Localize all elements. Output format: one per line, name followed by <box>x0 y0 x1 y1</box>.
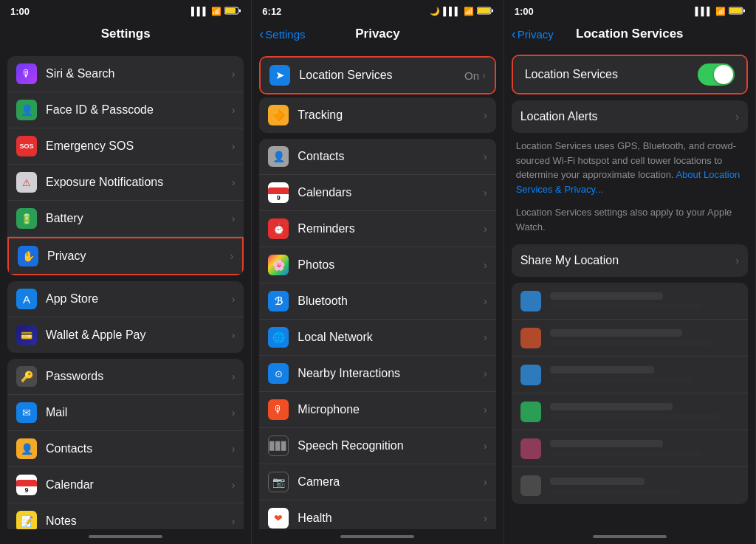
blurred-apps-list <box>512 283 748 504</box>
privacy-calendars-row[interactable]: 9 Calendars › <box>259 175 495 211</box>
back-arrow-icon-3: ‹ <box>512 27 516 42</box>
location-value: On <box>464 69 479 82</box>
settings-item-calendar[interactable]: 9 Calendar › <box>7 467 244 503</box>
chevron-icon: › <box>232 140 236 152</box>
microphone-icon: 🎙 <box>268 399 289 420</box>
nav-bar-3: ‹ Privacy Location Services <box>504 21 755 50</box>
ls-toggle-label: Location Services <box>525 68 618 81</box>
toggle-knob <box>714 65 733 84</box>
privacy-microphone-row[interactable]: 🎙 Microphone › <box>259 392 495 428</box>
settings-item-mail[interactable]: ✉ Mail › <box>7 395 244 431</box>
nearby-label: Nearby Interactions <box>298 367 484 380</box>
privacy-reminders-row[interactable]: ⏰ Reminders › <box>259 211 495 247</box>
share-label: Share My Location <box>520 254 736 267</box>
wallet-label: Wallet & Apple Pay <box>46 328 232 342</box>
blurred-app-2[interactable] <box>512 320 748 357</box>
location-services-toggle[interactable] <box>698 63 735 86</box>
settings-item-passwords[interactable]: 🔑 Passwords › <box>7 359 244 395</box>
settings-item-sos[interactable]: SOS Emergency SOS › <box>7 128 244 165</box>
location-services-row[interactable]: ➤ Location Services On › <box>261 58 494 93</box>
tracking-row[interactable]: 🔶 Tracking › <box>259 97 495 133</box>
home-bar-3 <box>593 535 667 538</box>
settings-item-siri[interactable]: 🎙 Siri & Search › <box>7 56 244 92</box>
settings-item-appstore[interactable]: A App Store › <box>7 281 244 317</box>
settings-item-exposure[interactable]: ⚠ Exposure Notifications › <box>7 165 244 201</box>
settings-item-battery[interactable]: 🔋 Battery › <box>7 201 244 237</box>
contacts2-label: Contacts <box>298 150 484 163</box>
privacy-photos-row[interactable]: 🌸 Photos › <box>259 247 495 283</box>
chevron-icon: › <box>230 250 234 262</box>
blur-content-3 <box>550 366 739 383</box>
settings-item-wallet[interactable]: 💳 Wallet & Apple Pay › <box>7 317 244 353</box>
blur-content-6 <box>550 478 739 495</box>
back-label-3: Privacy <box>518 28 554 41</box>
settings-item-faceid[interactable]: 👤 Face ID & Passcode › <box>7 92 244 128</box>
location-scroll[interactable]: Location Services Location Alerts › Loca… <box>504 50 755 529</box>
blurred-app-1[interactable] <box>512 283 748 320</box>
tracking-icon: 🔶 <box>268 105 289 125</box>
privacy-camera-row[interactable]: 📷 Camera › <box>259 464 495 500</box>
wallet-icon: 💳 <box>16 325 37 345</box>
chevron-icon: › <box>735 255 739 266</box>
privacy-apps-list: 👤 Contacts › 9 Calendars › ⏰ <box>259 139 495 529</box>
blur-content-5 <box>550 440 739 457</box>
svg-rect-7 <box>729 8 742 13</box>
blur-line-3 <box>550 366 654 373</box>
time-1: 1:00 <box>10 6 30 17</box>
home-bar <box>89 535 162 538</box>
location-alerts-row[interactable]: Location Alerts › <box>512 100 748 133</box>
share-location-row[interactable]: Share My Location › <box>512 244 748 277</box>
settings-scroll[interactable]: 🎙 Siri & Search › 👤 Face ID & Passcode › <box>0 50 251 529</box>
settings-list-3: 🔑 Passwords › ✉ Mail › 👤 Contacts <box>7 359 244 529</box>
settings-item-privacy[interactable]: ✋ Privacy › <box>7 237 244 275</box>
privacy-contacts-row[interactable]: 👤 Contacts › <box>259 139 495 175</box>
home-bar-2 <box>340 535 414 538</box>
passwords-icon: 🔑 <box>16 366 37 387</box>
privacy-nearby-row[interactable]: ⊙ Nearby Interactions › <box>259 356 495 392</box>
blur-icon-3 <box>520 365 541 385</box>
svg-rect-2 <box>239 9 241 12</box>
status-icons-2: 🌙 ▌▌▌ 📶 <box>430 7 492 16</box>
settings-list-1: 🎙 Siri & Search › 👤 Face ID & Passcode › <box>7 56 244 275</box>
settings-item-notes[interactable]: 📝 Notes › <box>7 503 244 529</box>
moon-icon: 🌙 <box>430 7 440 16</box>
back-to-privacy[interactable]: ‹ Privacy <box>512 27 554 42</box>
camera-icon: 📷 <box>268 472 289 492</box>
blurred-app-5[interactable] <box>512 430 748 467</box>
status-icons-3: ▌▌▌ 📶 <box>695 7 745 16</box>
status-bar-2: 6:12 🌙 ▌▌▌ 📶 <box>252 0 503 21</box>
bluetooth-icon: ℬ <box>268 291 289 311</box>
chevron-icon: › <box>484 259 487 271</box>
svg-rect-5 <box>492 9 493 12</box>
chevron-icon: › <box>232 407 236 419</box>
blurred-app-6[interactable] <box>512 467 748 504</box>
appstore-icon: A <box>16 289 37 309</box>
signal-icon-3: ▌▌▌ <box>695 7 712 16</box>
privacy-localnet-row[interactable]: 🌐 Local Network › <box>259 320 495 356</box>
tracking-label: Tracking <box>298 109 484 122</box>
camera-label: Camera <box>298 475 484 489</box>
blurred-app-3[interactable] <box>512 357 748 393</box>
location-icon: ➤ <box>269 65 290 86</box>
chevron-icon: › <box>484 440 487 452</box>
settings-title: Settings <box>101 27 151 41</box>
blurred-app-4[interactable] <box>512 393 748 430</box>
privacy-health-row[interactable]: ❤ Health › <box>259 500 495 529</box>
reminders2-label: Reminders <box>298 222 484 235</box>
chevron-icon: › <box>232 293 236 305</box>
chevron-icon: › <box>484 151 487 162</box>
privacy-bluetooth-row[interactable]: ℬ Bluetooth › <box>259 283 495 320</box>
notes-label: Notes <box>46 514 232 528</box>
photos-icon: 🌸 <box>268 255 289 275</box>
home-indicator-3 <box>504 529 755 544</box>
sos-label: Emergency SOS <box>46 140 232 153</box>
privacy-scroll[interactable]: ➤ Location Services On › 🔶 Tracking › <box>252 50 503 529</box>
back-to-settings[interactable]: ‹ Settings <box>259 27 305 42</box>
privacy-speech-row[interactable]: ▊▊▊ Speech Recognition › <box>259 428 495 464</box>
notes-icon: 📝 <box>16 511 37 529</box>
chevron-icon: › <box>484 187 487 199</box>
status-bar-1: 1:00 ▌▌▌ 📶 <box>0 0 251 21</box>
blur-line-4 <box>550 403 673 410</box>
siri-icon: 🎙 <box>16 63 37 84</box>
settings-item-contacts[interactable]: 👤 Contacts › <box>7 431 244 467</box>
